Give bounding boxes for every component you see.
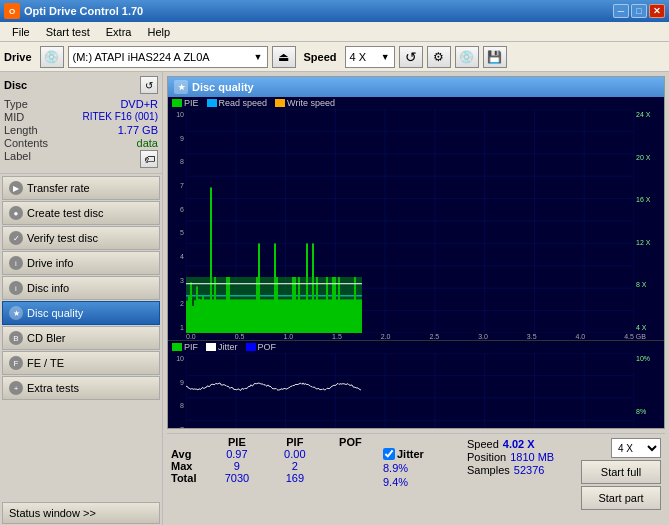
drive-icon-btn[interactable]: 💿 [40, 46, 64, 68]
disc-button[interactable]: 💿 [455, 46, 479, 68]
nav-fe-te[interactable]: F FE / TE [2, 351, 160, 375]
nav-cd-bler[interactable]: B CD Bler [2, 326, 160, 350]
nav-verify-test-disc-label: Verify test disc [27, 232, 98, 244]
speed-value: 4.02 X [503, 438, 535, 450]
pif-chart-wrapper: 10987654321 10%8%6%4%2% [168, 353, 664, 428]
nav-create-test-disc-label: Create test disc [27, 207, 103, 219]
disc-length-value: 1.77 GB [118, 124, 158, 136]
stats-max-pof [322, 460, 379, 472]
menu-extra[interactable]: Extra [98, 24, 140, 40]
close-button[interactable]: ✕ [649, 4, 665, 18]
disc-title: Disc [4, 79, 27, 91]
disc-refresh-button[interactable]: ↺ [140, 76, 158, 94]
disc-type-label: Type [4, 98, 28, 110]
menu-help[interactable]: Help [139, 24, 178, 40]
pie-legend-item: PIE [172, 98, 199, 108]
nav-buttons: ▶ Transfer rate ● Create test disc ✓ Ver… [0, 174, 162, 501]
write-speed-legend-label: Write speed [287, 98, 335, 108]
start-part-button[interactable]: Start part [581, 486, 661, 510]
stats-header-pie: PIE [206, 436, 268, 448]
pif-legend-color [172, 343, 182, 351]
nav-disc-quality[interactable]: ★ Disc quality [2, 301, 160, 325]
stats-avg-pie: 0.97 [206, 448, 268, 460]
verify-test-disc-icon: ✓ [9, 231, 23, 245]
disc-quality-panel-icon: ★ [174, 80, 188, 94]
pie-legend: PIE Read speed Write speed [168, 97, 664, 109]
nav-cd-bler-label: CD Bler [27, 332, 66, 344]
settings-button[interactable]: ⚙ [427, 46, 451, 68]
samples-value: 52376 [514, 464, 545, 476]
stats-total-pif: 169 [268, 472, 322, 484]
drive-label: Drive [4, 51, 32, 63]
nav-transfer-rate[interactable]: ▶ Transfer rate [2, 176, 160, 200]
write-speed-legend-item: Write speed [275, 98, 335, 108]
drive-select[interactable]: (M:) ATAPI iHAS224 A ZL0A ▼ [68, 46, 268, 68]
speed-value: 4 X [350, 51, 367, 63]
nav-disc-info[interactable]: i Disc info [2, 276, 160, 300]
minimize-button[interactable]: ─ [613, 4, 629, 18]
stats-bar: PIE PIF POF Avg 0.97 0.00 Max 9 2 [167, 433, 665, 521]
nav-disc-quality-label: Disc quality [27, 307, 83, 319]
pif-legend-label: PIF [184, 342, 198, 352]
menu-file[interactable]: File [4, 24, 38, 40]
stats-max-pie: 9 [206, 460, 268, 472]
nav-verify-test-disc[interactable]: ✓ Verify test disc [2, 226, 160, 250]
jitter-checkbox[interactable] [383, 448, 395, 460]
speed-section: Speed 4.02 X Position 1810 MB Samples 52… [467, 436, 567, 519]
save-button[interactable]: 💾 [483, 46, 507, 68]
stats-table: PIE PIF POF Avg 0.97 0.00 Max 9 2 [171, 436, 379, 519]
pif-chart-section: PIF Jitter POF [168, 341, 664, 428]
stats-avg-pof [322, 448, 379, 460]
speed-label: Speed [467, 438, 499, 450]
menu-bar: File Start test Extra Help [0, 22, 669, 42]
position-row: Position 1810 MB [467, 451, 567, 463]
eject-button[interactable]: ⏏ [272, 46, 296, 68]
jitter-legend-label: Jitter [218, 342, 238, 352]
samples-row: Samples 52376 [467, 464, 567, 476]
stats-avg-pif: 0.00 [268, 448, 322, 460]
fe-te-icon: F [9, 356, 23, 370]
jitter-avg: 8.9% [383, 462, 463, 474]
disc-label-button[interactable]: 🏷 [140, 150, 158, 168]
nav-transfer-rate-label: Transfer rate [27, 182, 90, 194]
nav-extra-tests[interactable]: + Extra tests [2, 376, 160, 400]
read-speed-legend-label: Read speed [219, 98, 268, 108]
pof-legend-item: POF [246, 342, 277, 352]
pof-legend-color [246, 343, 256, 351]
nav-drive-info[interactable]: i Drive info [2, 251, 160, 275]
pie-chart-wrapper: 10987654321 24 X20 X16 X12 X8 X4 X [168, 109, 664, 333]
nav-create-test-disc[interactable]: ● Create test disc [2, 201, 160, 225]
disc-quality-title-bar: ★ Disc quality [168, 77, 664, 97]
maximize-button[interactable]: □ [631, 4, 647, 18]
start-full-button[interactable]: Start full [581, 460, 661, 484]
menu-start-test[interactable]: Start test [38, 24, 98, 40]
disc-quality-title: Disc quality [192, 81, 254, 93]
disc-mid-value: RITEK F16 (001) [82, 111, 158, 123]
pie-y-axis-left: 10987654321 [168, 109, 186, 333]
toolbar: Drive 💿 (M:) ATAPI iHAS224 A ZL0A ▼ ⏏ Sp… [0, 42, 669, 72]
stats-max-row: Max 9 2 [171, 460, 379, 472]
pif-legend: PIF Jitter POF [168, 341, 664, 353]
read-speed-legend-item: Read speed [207, 98, 268, 108]
refresh-button[interactable]: ↺ [399, 46, 423, 68]
speed-dropdown[interactable]: 4 X 2 X 8 X [611, 438, 661, 458]
write-speed-legend-color [275, 99, 285, 107]
sidebar: Disc ↺ Type DVD+R MID RITEK F16 (001) Le… [0, 72, 163, 525]
disc-contents-label: Contents [4, 137, 48, 149]
app-icon: O [4, 3, 20, 19]
stats-header-pif: PIF [268, 436, 322, 448]
stats-header-row: PIE PIF POF [171, 436, 379, 448]
jitter-label: Jitter [397, 448, 424, 460]
disc-type-row: Type DVD+R [4, 98, 158, 110]
speed-select[interactable]: 4 X ▼ [345, 46, 395, 68]
nav-disc-info-label: Disc info [27, 282, 69, 294]
read-speed-legend-color [207, 99, 217, 107]
stats-avg-row: Avg 0.97 0.00 [171, 448, 379, 460]
disc-mid-row: MID RITEK F16 (001) [4, 111, 158, 123]
disc-length-row: Length 1.77 GB [4, 124, 158, 136]
status-window-button[interactable]: Status window >> [2, 502, 160, 524]
samples-label: Samples [467, 464, 510, 476]
stats-total-pie: 7030 [206, 472, 268, 484]
stats-header-blank [171, 436, 206, 448]
pie-y-axis-right: 24 X20 X16 X12 X8 X4 X [634, 109, 664, 333]
